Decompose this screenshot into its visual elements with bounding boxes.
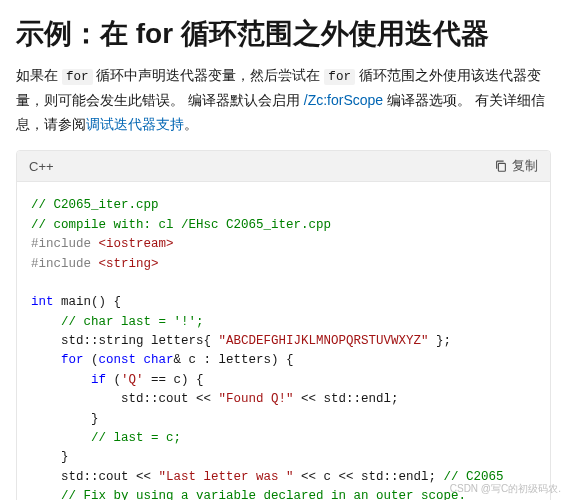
svg-rect-0 [498,164,505,172]
copy-button[interactable]: 复制 [494,157,538,175]
inline-code-for1: for [62,69,93,85]
intro-paragraph: 如果在 for 循环中声明迭代器变量，然后尝试在 for 循环范围之外使用该迭代… [16,64,551,136]
zc-forscope-link[interactable]: /Zc:forScope [304,92,383,108]
code-header: C++ 复制 [17,151,550,182]
code-block: C++ 复制 // C2065_iter.cpp // compile with… [16,150,551,500]
copy-label: 复制 [512,157,538,175]
code-content: // C2065_iter.cpp // compile with: cl /E… [17,182,550,500]
copy-icon [494,159,508,173]
debug-iterator-support-link[interactable]: 调试迭代器支持 [86,116,184,132]
inline-code-for2: for [324,69,355,85]
code-lang-label: C++ [29,159,54,174]
page-title: 示例：在 for 循环范围之外使用迭代器 [16,16,551,52]
